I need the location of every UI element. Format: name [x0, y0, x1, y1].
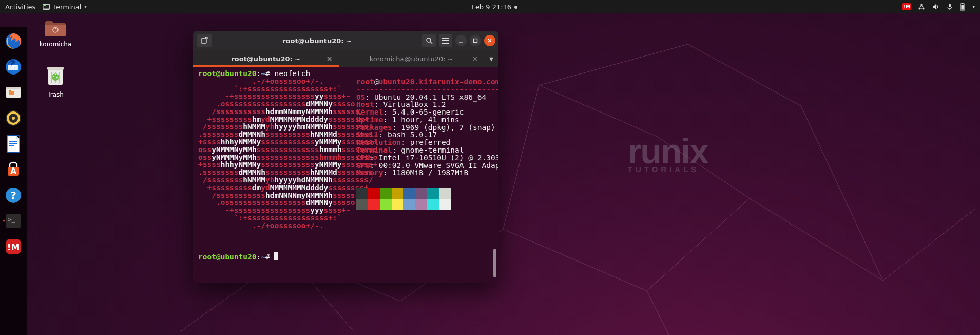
svg-point-39 [427, 38, 431, 42]
dock-nomachine[interactable]: !M [2, 235, 25, 258]
panel-app-label: Terminal [53, 3, 81, 11]
svg-rect-34 [47, 67, 64, 70]
tab-koromicha[interactable]: koromicha@ubuntu20: ~ × [339, 50, 485, 67]
desktop-folder-koromicha[interactable]: koromicha [35, 18, 76, 48]
activities-button[interactable]: Activities [5, 3, 35, 11]
new-tab-button[interactable] [197, 34, 212, 47]
svg-text:>_: >_ [8, 216, 15, 223]
dock-software[interactable]: A [2, 158, 25, 181]
hamburger-menu-button[interactable] [439, 34, 452, 47]
svg-rect-14 [6, 87, 21, 89]
desktop-trash-label: Trash [35, 91, 76, 98]
svg-point-19 [12, 117, 15, 120]
dock: A ? >_ !M [0, 27, 27, 335]
tab-strip: root@ubuntu20: ~ × koromicha@ubuntu20: ~… [193, 50, 498, 67]
svg-rect-36 [201, 39, 206, 43]
svg-rect-44 [474, 39, 477, 43]
neofetch-palette-row2 [356, 199, 498, 210]
neofetch-palette-row1 [356, 188, 498, 199]
dock-rhythmbox[interactable] [2, 107, 25, 129]
neofetch-info-block: root@ubuntu20.kifarunix-demo.com -------… [356, 78, 498, 210]
notification-dot-icon [514, 6, 517, 9]
panel-clock[interactable]: Feb 9 21:16 [92, 3, 898, 11]
tab-close-icon[interactable]: × [326, 54, 333, 63]
dock-libreoffice-writer[interactable] [2, 133, 25, 155]
maximize-button[interactable] [470, 35, 481, 46]
panel-app-menu[interactable]: Terminal ▾ [43, 3, 86, 11]
terminal-cursor [274, 252, 278, 260]
svg-text:!M: !M [7, 242, 20, 252]
svg-rect-40 [442, 38, 449, 39]
command-neofetch: neofetch [274, 69, 310, 78]
svg-rect-21 [9, 141, 17, 142]
dock-firefox[interactable] [2, 30, 25, 52]
svg-rect-41 [442, 40, 449, 41]
neofetch-ascii-logo: .-/+oossssoo+/-. `:+ssssssssssssssssss+:… [198, 77, 377, 230]
app-menu-chevron-icon: ▾ [84, 4, 87, 9]
gnome-top-panel: Activities Terminal ▾ Feb 9 21:16 !M ▾ [0, 0, 980, 13]
tab-label: koromicha@ubuntu20: ~ [370, 55, 453, 63]
svg-rect-2 [44, 5, 46, 6]
terminal-window: root@ubuntu20: ~ root@ubuntu20: ~ × koro… [193, 31, 498, 283]
terminal-scrollbar[interactable] [493, 249, 496, 277]
dock-terminal[interactable]: >_ [2, 210, 25, 232]
svg-rect-7 [950, 9, 950, 10]
battery-icon[interactable] [960, 3, 965, 11]
dock-files[interactable] [2, 81, 25, 104]
tab-label: root@ubuntu20: ~ [231, 55, 300, 63]
watermark: runix TUTORIALS [628, 139, 708, 172]
tabs-more-button[interactable]: ▾ [484, 50, 498, 67]
minimize-button[interactable] [455, 35, 467, 46]
svg-rect-42 [442, 43, 449, 44]
svg-rect-15 [9, 91, 14, 95]
svg-rect-23 [9, 145, 14, 146]
svg-rect-10 [962, 5, 964, 10]
thermal-indicator-icon[interactable]: !M [902, 3, 911, 10]
desktop-trash[interactable]: Trash [35, 65, 76, 98]
mic-icon[interactable] [947, 3, 953, 10]
svg-rect-38 [205, 38, 207, 38]
svg-rect-43 [459, 42, 463, 43]
svg-rect-9 [962, 3, 964, 4]
system-menu-chevron-icon[interactable]: ▾ [972, 4, 975, 9]
svg-text:A: A [10, 166, 16, 176]
dock-help[interactable]: ? [2, 184, 25, 207]
dock-thunderbird[interactable] [2, 55, 25, 78]
tab-close-icon[interactable]: × [472, 54, 478, 63]
volume-icon[interactable] [932, 3, 939, 10]
desktop-folder-label: koromicha [35, 41, 76, 48]
desktop[interactable]: runix TUTORIALS A ? >_ !M [0, 13, 980, 335]
svg-rect-16 [9, 90, 11, 91]
svg-rect-6 [949, 4, 951, 7]
search-button[interactable] [422, 34, 436, 47]
network-icon[interactable] [918, 3, 925, 10]
svg-rect-22 [9, 143, 17, 144]
tab-root[interactable]: root@ubuntu20: ~ × [193, 50, 339, 67]
svg-text:?: ? [10, 189, 16, 201]
terminal-body[interactable]: root@ubuntu20:~# neofetch .-/+oossssoo+/… [193, 67, 498, 283]
window-titlebar[interactable]: root@ubuntu20: ~ [193, 31, 498, 50]
svg-rect-32 [55, 27, 56, 29]
close-button[interactable] [484, 35, 495, 46]
window-title: root@ubuntu20: ~ [212, 37, 422, 45]
